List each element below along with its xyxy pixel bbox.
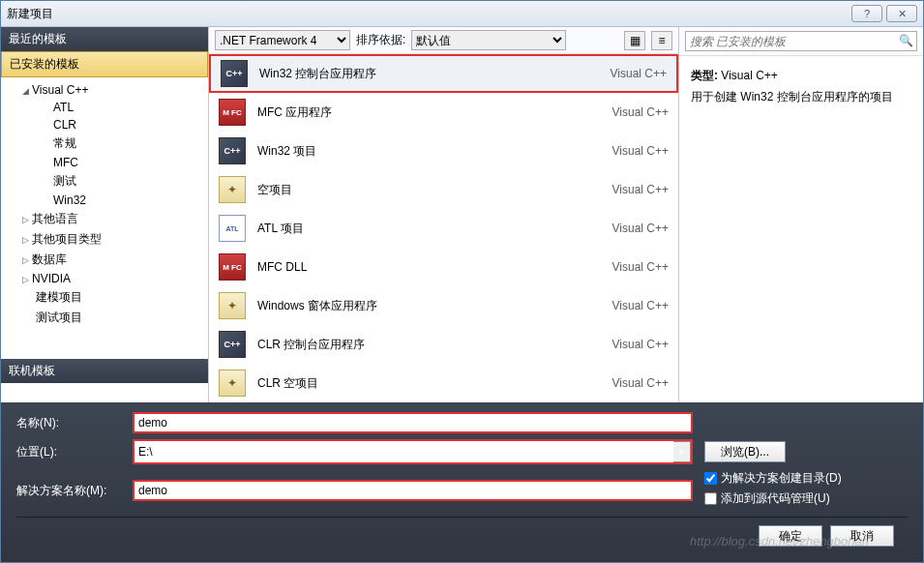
recent-templates-header[interactable]: 最近的模板 [1,27,208,51]
chevron-right-icon: ▷ [22,235,32,245]
search-icon[interactable]: 🔍 [899,34,913,47]
solution-input[interactable] [133,480,693,501]
template-lang: Visual C++ [612,105,669,119]
tree-nvidia[interactable]: ▷NVIDIA [1,270,208,287]
list-toolbar: .NET Framework 4 排序依据: 默认值 ▦ ≡ [209,27,678,54]
template-lang: Visual C++ [612,260,669,274]
tree-modeling[interactable]: 建模项目 [1,287,208,308]
template-name: Win32 项目 [257,143,612,160]
template-row[interactable]: M FCMFC 应用程序Visual C++ [209,93,678,132]
location-dropdown-button[interactable]: ▼ [673,441,691,462]
tree-other-lang[interactable]: ▷其他语言 [1,209,208,229]
create-directory-checkbox[interactable]: 为解决方案创建目录(D) [704,470,908,487]
chevron-right-icon: ▷ [22,215,32,224]
mfc-icon: M FC [219,99,246,126]
project-form: 名称(N): 位置(L): ▼ 浏览(B)... 解决方案名称(M): 为解决方… [1,402,923,562]
template-lang: Visual C++ [612,338,669,351]
template-tree: ◢Visual C++ ATL CLR 常规 MFC 测试 Win32 ▷其他语… [1,77,208,359]
view-small-icons-button[interactable]: ▦ [624,31,645,50]
type-label: 类型: [691,69,718,82]
template-list: C++Win32 控制台应用程序Visual C++M FCMFC 应用程序Vi… [209,54,678,402]
template-row[interactable]: ATLATL 项目Visual C++ [209,209,678,248]
template-row[interactable]: C++Win32 控制台应用程序Visual C++ [209,54,678,93]
empty-icon: ✦ [219,370,246,397]
template-lang: Visual C++ [612,376,669,390]
template-lang: Visual C++ [611,67,667,80]
tree-mfc[interactable]: MFC [1,154,208,171]
location-label: 位置(L): [16,444,133,460]
details-pane: 🔍 类型: Visual C++ 用于创建 Win32 控制台应用程序的项目 [679,27,923,402]
template-list-pane: .NET Framework 4 排序依据: 默认值 ▦ ≡ C++Win32 … [209,27,679,402]
tree-general[interactable]: 常规 [1,133,208,154]
tree-visual-cpp[interactable]: ◢Visual C++ [1,81,208,99]
template-name: CLR 空项目 [257,375,612,392]
view-details-button[interactable]: ≡ [651,31,672,50]
search-input[interactable] [685,31,917,51]
help-button[interactable]: ? [851,5,882,22]
vs-icon: C++ [219,137,246,164]
template-name: CLR 控制台应用程序 [257,337,612,353]
template-lang: Visual C++ [612,183,669,196]
vs-icon: C++ [219,331,246,358]
name-label: 名称(N): [16,415,133,431]
tree-atl[interactable]: ATL [1,99,208,116]
tree-test-proj[interactable]: 测试项目 [1,308,208,328]
empty-icon: ✦ [219,176,246,203]
template-name: MFC DLL [257,260,612,274]
empty-icon: ✦ [219,292,246,319]
framework-select[interactable]: .NET Framework 4 [215,30,350,50]
titlebar: 新建项目 ? ✕ [1,1,923,27]
template-row[interactable]: ✦空项目Visual C++ [209,170,678,209]
tree-database[interactable]: ▷数据库 [1,250,208,270]
template-sidebar: 最近的模板 已安装的模板 ◢Visual C++ ATL CLR 常规 MFC … [1,27,209,402]
template-row[interactable]: C++Win32 项目Visual C++ [209,132,678,170]
template-name: MFC 应用程序 [257,104,612,121]
name-input[interactable] [133,412,693,433]
template-name: Win32 控制台应用程序 [259,66,611,82]
cancel-button[interactable]: 取消 [830,525,894,547]
vs-icon: C++ [221,60,248,87]
window-title: 新建项目 [7,6,848,22]
template-row[interactable]: C++CLR 控制台应用程序Visual C++ [209,325,678,364]
template-lang: Visual C++ [612,222,669,235]
close-button[interactable]: ✕ [886,5,917,22]
template-lang: Visual C++ [612,299,669,312]
atl-icon: ATL [219,215,246,242]
mfc-icon: M FC [219,253,246,281]
add-source-control-checkbox[interactable]: 添加到源代码管理(U) [704,490,908,507]
location-input[interactable] [134,441,673,462]
template-row[interactable]: M FCMFC DLLVisual C++ [209,248,678,286]
chevron-right-icon: ▷ [22,255,32,265]
browse-button[interactable]: 浏览(B)... [704,441,786,462]
tree-clr[interactable]: CLR [1,116,208,133]
tree-win32[interactable]: Win32 [1,192,208,209]
template-description: 用于创建 Win32 控制台应用程序的项目 [691,87,911,108]
sort-select[interactable]: 默认值 [411,30,566,50]
chevron-right-icon: ▷ [22,275,32,284]
sort-label: 排序依据: [356,32,405,48]
template-row[interactable]: ✦CLR 空项目Visual C++ [209,364,678,402]
solution-label: 解决方案名称(M): [16,483,133,499]
search-box: 🔍 [685,31,917,51]
template-name: Windows 窗体应用程序 [257,298,612,314]
template-row[interactable]: ✦Windows 窗体应用程序Visual C++ [209,286,678,325]
tree-test[interactable]: 测试 [1,171,208,192]
template-name: 空项目 [257,182,612,198]
chevron-down-icon: ◢ [22,86,32,96]
template-lang: Visual C++ [612,144,669,158]
tree-other-types[interactable]: ▷其他项目类型 [1,229,208,250]
type-value: Visual C++ [721,69,777,82]
online-templates-header[interactable]: 联机模板 [1,359,208,383]
new-project-dialog: 新建项目 ? ✕ 最近的模板 已安装的模板 ◢Visual C++ ATL CL… [0,0,924,563]
installed-templates-header[interactable]: 已安装的模板 [1,51,208,77]
ok-button[interactable]: 确定 [759,525,822,547]
template-name: ATL 项目 [257,221,612,237]
